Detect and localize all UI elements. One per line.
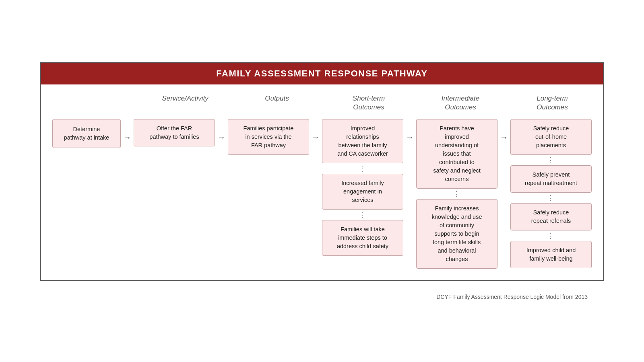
service-box: Offer the FARpathway to families: [134, 119, 215, 146]
short-term-box-3: Families will takeimmediate steps toaddr…: [322, 220, 403, 256]
long-term-box-3: Safely reducerepeat referrals: [510, 203, 592, 230]
long-term-box-1: Safely reduceout-of-homeplacements: [510, 119, 592, 155]
arrow-1: →: [121, 119, 134, 142]
dotted-connector-lt-2: ⋮: [547, 193, 555, 203]
short-term-box-2: Increased familyengagement inservices: [322, 174, 403, 210]
header-bar: FAMILY ASSESSMENT RESPONSE PATHWAY: [41, 63, 603, 84]
long-term-box-4: Improved child andfamily well-being: [510, 241, 592, 268]
col-header-outputs: Outputs: [237, 94, 316, 112]
long-term-col: Safely reduceout-of-homeplacements ⋮ Saf…: [510, 119, 592, 268]
input-box: Determinepathway at intake: [52, 119, 121, 148]
dotted-connector-lt-1: ⋮: [547, 155, 555, 165]
input-col: Determinepathway at intake: [52, 119, 121, 148]
col-header-service: Service/Activity: [146, 94, 225, 112]
column-headers: Service/Activity Outputs Short-termOutco…: [52, 94, 592, 112]
dotted-connector-int-1: ⋮: [453, 189, 461, 199]
diagram-container: FAMILY ASSESSMENT RESPONSE PATHWAY Servi…: [40, 62, 604, 281]
col-header-short-term: Short-termOutcomes: [329, 94, 408, 112]
diagram-body: Service/Activity Outputs Short-termOutco…: [41, 84, 603, 280]
arrow-3: →: [309, 119, 322, 142]
long-term-box-2: Safely preventrepeat maltreatment: [510, 165, 592, 193]
short-term-col: Improvedrelationshipsbetween the familya…: [322, 119, 403, 256]
output-box: Families participatein services via theF…: [228, 119, 309, 155]
intermediate-col: Parents haveimprovedunderstanding ofissu…: [416, 119, 497, 269]
col-header-long-term: Long-termOutcomes: [513, 94, 592, 112]
long-term-stacked: Safely reduceout-of-homeplacements ⋮ Saf…: [510, 119, 592, 268]
footer-caption: DCYF Family Assessment Response Logic Mo…: [40, 294, 604, 300]
intermediate-stacked: Parents haveimprovedunderstanding ofissu…: [416, 119, 497, 269]
diagram-title: FAMILY ASSESSMENT RESPONSE PATHWAY: [216, 68, 427, 78]
dotted-connector-st-1: ⋮: [359, 163, 367, 174]
arrow-4: →: [403, 119, 416, 142]
outputs-col: Families participatein services via theF…: [228, 119, 309, 155]
service-col: Offer the FARpathway to families: [134, 119, 215, 146]
short-term-stacked: Improvedrelationshipsbetween the familya…: [322, 119, 403, 256]
intermediate-box-1: Parents haveimprovedunderstanding ofissu…: [416, 119, 497, 189]
intermediate-box-2: Family increasesknowledge and useof comm…: [416, 199, 497, 269]
dotted-connector-lt-3: ⋮: [547, 230, 555, 241]
short-term-box-1: Improvedrelationshipsbetween the familya…: [322, 119, 403, 163]
flow-row: Determinepathway at intake → Offer the F…: [52, 119, 592, 269]
arrow-2: →: [215, 119, 228, 142]
col-header-intermediate: IntermediateOutcomes: [421, 94, 500, 112]
arrow-5: →: [497, 119, 510, 142]
dotted-connector-st-2: ⋮: [359, 210, 367, 220]
